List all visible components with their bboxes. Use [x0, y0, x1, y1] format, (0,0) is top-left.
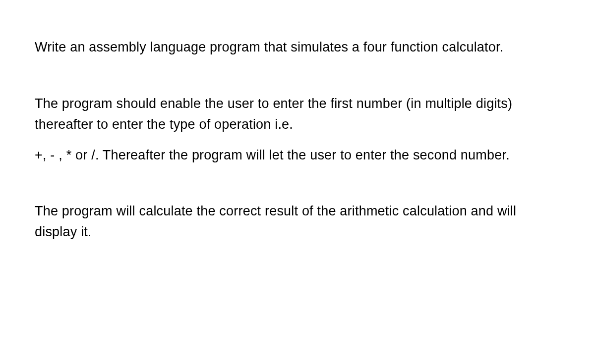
paragraph-text: The program will calculate the correct r…	[35, 204, 516, 239]
sub-paragraph-input: The program should enable the user to en…	[35, 94, 560, 135]
paragraph-text: Write an assembly language program that …	[35, 40, 503, 54]
paragraph-text: The program should enable the user to en…	[35, 96, 512, 132]
paragraph-requirements: The program should enable the user to en…	[35, 94, 560, 166]
sub-paragraph-operators: +, - , * or /. Thereafter the program wi…	[35, 145, 560, 166]
paragraph-intro: Write an assembly language program that …	[35, 37, 560, 58]
paragraph-output: The program will calculate the correct r…	[35, 201, 560, 243]
paragraph-text: +, - , * or /. Thereafter the program wi…	[35, 148, 510, 162]
